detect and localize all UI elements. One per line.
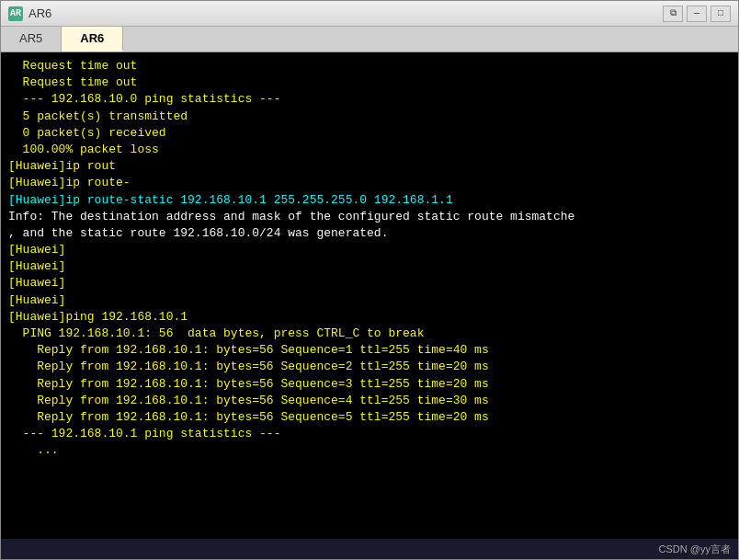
title-bar: AR AR6 ⧉ — □: [1, 1, 738, 27]
app-icon: AR: [8, 6, 23, 21]
minimize-button[interactable]: —: [687, 6, 707, 22]
terminal-line: 5 packet(s) transmitted: [8, 109, 731, 125]
terminal-line: [Huawei]: [8, 292, 731, 309]
watermark: CSDN @yy言者: [659, 543, 731, 556]
terminal-line: [Huawei]ip rout: [8, 158, 731, 175]
terminal-line: [Huawei]: [8, 258, 731, 275]
terminal-line: [Huawei]ping 192.168.10.1: [8, 309, 731, 326]
tab-bar: AR5 AR6: [1, 27, 738, 52]
terminal-line: PING 192.168.10.1: 56 data bytes, press …: [8, 326, 731, 342]
tab-ar6[interactable]: AR6: [62, 27, 123, 51]
terminal-line: --- 192.168.10.0 ping statistics ---: [8, 91, 731, 108]
terminal-line: Reply from 192.168.10.1: bytes=56 Sequen…: [8, 376, 731, 393]
terminal-line: ...: [8, 442, 731, 459]
terminal-output[interactable]: Request time out Request time out --- 19…: [1, 52, 738, 539]
terminal-line: Request time out: [8, 58, 731, 74]
window-controls: ⧉ — □: [663, 6, 731, 22]
terminal-line: [Huawei]: [8, 242, 731, 258]
terminal-line: [Huawei]ip route-: [8, 175, 731, 191]
maximize-button[interactable]: □: [711, 6, 731, 22]
main-window: AR AR6 ⧉ — □ AR5 AR6 Request time out Re…: [0, 0, 739, 560]
terminal-line: Info: The destination address and mask o…: [8, 209, 731, 225]
terminal-line: 100.00% packet loss: [8, 142, 731, 158]
terminal-line: Reply from 192.168.10.1: bytes=56 Sequen…: [8, 359, 731, 375]
terminal-line: [Huawei]ip route-static 192.168.10.1 255…: [8, 192, 731, 209]
bottom-bar: CSDN @yy言者: [1, 539, 738, 559]
terminal-line: 0 packet(s) received: [8, 125, 731, 142]
terminal-line: , and the static route 192.168.10.0/24 w…: [8, 225, 731, 242]
title-bar-left: AR AR6: [8, 6, 51, 21]
terminal-line: Reply from 192.168.10.1: bytes=56 Sequen…: [8, 409, 731, 426]
terminal-line: Request time out: [8, 74, 731, 91]
terminal-line: --- 192.168.10.1 ping statistics ---: [8, 426, 731, 442]
restore-button[interactable]: ⧉: [663, 6, 683, 22]
terminal-line: Reply from 192.168.10.1: bytes=56 Sequen…: [8, 342, 731, 359]
tab-ar5[interactable]: AR5: [1, 27, 62, 51]
terminal-line: [Huawei]: [8, 275, 731, 291]
window-title: AR6: [28, 6, 51, 20]
terminal-line: Reply from 192.168.10.1: bytes=56 Sequen…: [8, 393, 731, 409]
